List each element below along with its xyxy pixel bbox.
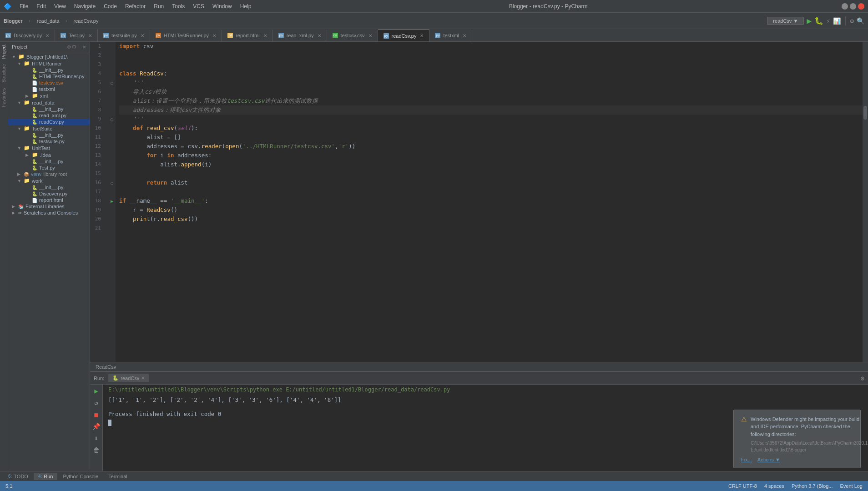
read-data-breadcrumb[interactable]: read_data (37, 18, 60, 24)
tree-item-discovery[interactable]: 🐍 Discovery.py (8, 190, 90, 197)
sidebar-close-icon[interactable]: ✕ (83, 44, 86, 50)
tree-item-unittest[interactable]: ▼ 📁 UnitTest (8, 145, 90, 151)
menu-refactor[interactable]: Refactor (121, 2, 149, 10)
status-indent[interactable]: 4 spaces (764, 483, 784, 489)
tab-testxml[interactable]: py testxml ✕ (429, 30, 472, 41)
status-python[interactable]: Python 3.7 (Blog... (792, 483, 833, 489)
maximize-button[interactable] (850, 3, 856, 10)
menu-tools[interactable]: Tools (168, 2, 188, 10)
tree-item-readcsv[interactable]: 🐍 readCsv.py (8, 119, 90, 125)
vert-tab-project[interactable]: Project (0, 42, 7, 61)
gutter-18[interactable]: ▶ (108, 196, 116, 205)
tab-report[interactable]: ht report.html ✕ (222, 30, 273, 41)
run-settings-icon[interactable]: ⚙ (861, 375, 864, 382)
tree-item-work[interactable]: ▼ 📁 work (8, 177, 90, 184)
menu-view[interactable]: View (50, 2, 70, 10)
scrollbar-thumb[interactable] (863, 106, 867, 120)
tree-item-htmltestrunner[interactable]: 🐍 HTMLTestRunner.py (8, 73, 90, 80)
profile-button[interactable]: 📊 (833, 17, 841, 25)
sidebar-settings-icon[interactable]: ⚙ (67, 44, 71, 50)
tab-todo[interactable]: 6: TODO (4, 473, 33, 480)
editor-scrollbar[interactable] (863, 42, 868, 362)
tree-item-scratches[interactable]: ▶ ✏ Scratches and Consoles (8, 210, 90, 216)
tree-item-init1[interactable]: 🐍 __init__.py (8, 67, 90, 73)
run-tab-readcsv[interactable]: 🐍 readCsv ✕ (108, 374, 149, 382)
menu-vcs[interactable]: VCS (189, 2, 208, 10)
tree-item-init4[interactable]: 🐍 __init__.py (8, 158, 90, 165)
tree-item-ext-libs[interactable]: ▶ 📚 External Libraries (8, 203, 90, 210)
tab-test[interactable]: py Test.py ✕ (55, 30, 98, 41)
run-scroll-button[interactable]: ⬇ (92, 434, 101, 443)
tab-readcsv[interactable]: py readCsv.py ✕ (378, 30, 430, 41)
tab-testcsv[interactable]: cs testcsv.csv ✕ (327, 30, 378, 41)
tree-item-testcsv[interactable]: 📄 testcsv.csv (8, 80, 90, 86)
tab-close-testxml[interactable]: ✕ (463, 33, 466, 38)
file-breadcrumb[interactable]: readCsv.py (74, 18, 99, 24)
minimize-button[interactable] (842, 3, 848, 10)
event-log[interactable]: Event Log (840, 483, 863, 489)
tab-close-testcsv[interactable]: ✕ (368, 33, 372, 38)
tree-item-testsuitepy[interactable]: 🐍 testsuite.py (8, 138, 90, 145)
tree-item-testxml[interactable]: 📄 testxml (8, 86, 90, 92)
tree-item-testpy[interactable]: 🐍 Test.py (8, 165, 90, 171)
run-label: Run: (94, 376, 104, 381)
tab-htmltestrunner[interactable]: py HTMLTestRunner.py ✕ (150, 30, 222, 41)
sidebar-collapse-icon[interactable]: — (78, 44, 81, 50)
code-content[interactable]: import csv class ReadCsv: ''' 导入csv模块 al… (116, 42, 863, 362)
tab-python-console[interactable]: Python Console (58, 473, 103, 480)
tab-run[interactable]: 4: Run (34, 473, 58, 480)
tree-item-init3[interactable]: 🐍 __init__.py (8, 132, 90, 138)
run-config-selector[interactable]: readCsv ▼ (767, 17, 804, 25)
close-button[interactable] (858, 3, 864, 10)
run-button[interactable]: ▶ (807, 16, 812, 25)
tree-item-blogger[interactable]: ▼ 📁 Blogger [Untitled1\ (8, 53, 90, 60)
tab-close-testsuite[interactable]: ✕ (141, 33, 144, 38)
tree-item-readdata[interactable]: ▼ 📁 read_data (8, 99, 90, 106)
vert-tab-favorites[interactable]: Favorites (0, 85, 7, 110)
run-stop-button[interactable]: ■ (92, 410, 101, 419)
run-tab-close[interactable]: ✕ (141, 376, 145, 381)
vert-tab-structure[interactable]: Structure (0, 61, 7, 85)
tree-item-init2[interactable]: 🐍 __init__.py (8, 106, 90, 112)
code-editor[interactable]: 1 2 3 4 5 6 7 8 9 10 11 12 13 14 15 16 1… (90, 42, 868, 362)
run-pin-button[interactable]: 📌 (92, 422, 101, 431)
tab-testsuite[interactable]: py testsuite.py ✕ (98, 30, 150, 41)
notification-fix-link[interactable]: Fix... (741, 457, 752, 462)
tab-close-discovery[interactable]: ✕ (45, 33, 49, 38)
menu-file[interactable]: File (16, 2, 32, 10)
tab-close-report[interactable]: ✕ (263, 33, 267, 38)
tab-readxml[interactable]: py read_xml.py ✕ (273, 30, 327, 41)
menu-window[interactable]: Window (209, 2, 236, 10)
tree-item-xml[interactable]: ▶ 📁 xml (8, 92, 90, 99)
menu-run[interactable]: Run (150, 2, 167, 10)
menu-navigate[interactable]: Navigate (71, 2, 99, 10)
menu-code[interactable]: Code (100, 2, 121, 10)
tree-item-idea[interactable]: ▶ 📁 .idea (8, 151, 90, 158)
sidebar-expand-icon[interactable]: ⊞ (72, 44, 76, 50)
menu-help[interactable]: Help (237, 2, 255, 10)
tab-close-htmltestrunner[interactable]: ✕ (212, 33, 216, 38)
menu-edit[interactable]: Edit (33, 2, 50, 10)
notification-actions-link[interactable]: Actions ▼ (757, 457, 780, 462)
run-rerun-button[interactable]: ↺ (92, 398, 101, 407)
tree-item-htmlrunner[interactable]: ▼ 📁 HTMLRunner (8, 60, 90, 67)
coverage-button[interactable]: ⚡ (826, 17, 830, 25)
line-num-11: 11 (90, 133, 105, 142)
status-position[interactable]: 5:1 (5, 483, 12, 489)
run-play-button[interactable]: ▶ (92, 386, 101, 396)
tab-terminal[interactable]: Terminal (104, 473, 132, 480)
tree-item-readxml[interactable]: 🐍 read_xml.py (8, 112, 90, 119)
debug-button[interactable]: 🐛 (814, 16, 823, 25)
status-crlf[interactable]: CRLF UTF-8 (728, 483, 757, 489)
tree-item-reporthtml[interactable]: 📄 report.html (8, 197, 90, 203)
tab-close-test[interactable]: ✕ (88, 33, 92, 38)
tab-discovery[interactable]: py Discovery.py ✕ (0, 30, 55, 41)
tab-close-readcsv[interactable]: ✕ (420, 33, 424, 38)
tree-item-init5[interactable]: 🐍 __init__.py (8, 184, 90, 190)
tree-item-venv[interactable]: ▶ 📦 venv library root (8, 171, 90, 177)
settings-icon[interactable]: ⚙ (850, 17, 854, 25)
tree-item-tsetsuite[interactable]: ▼ 📁 TsetSuite (8, 125, 90, 132)
tab-close-readxml[interactable]: ✕ (318, 33, 321, 38)
search-icon[interactable]: 🔍 (857, 17, 864, 25)
run-clear-button[interactable]: 🗑 (92, 446, 101, 455)
